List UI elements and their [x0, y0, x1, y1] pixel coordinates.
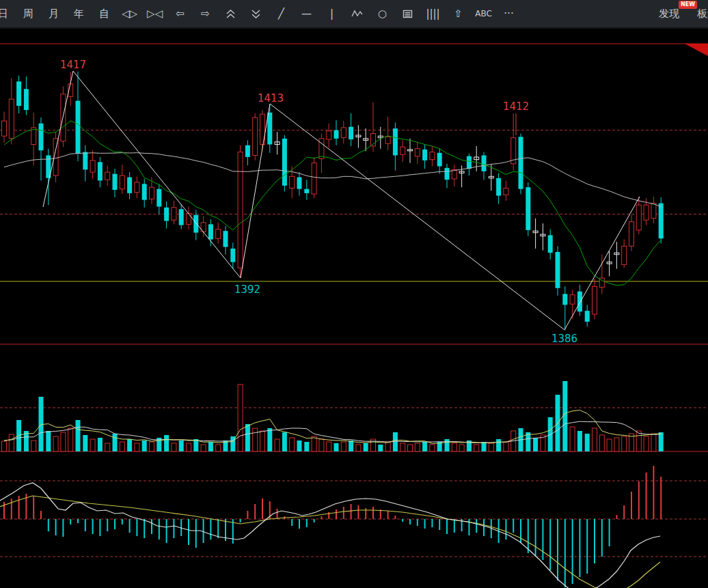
- volume-bar: [253, 428, 258, 451]
- circle-tool-icon[interactable]: ○: [370, 0, 395, 27]
- candle-body: [105, 172, 110, 180]
- volume-bar: [364, 443, 368, 451]
- volume-bar: [445, 439, 450, 451]
- bars-tool-icon[interactable]: ||||: [420, 0, 446, 27]
- volume-bar: [496, 439, 501, 451]
- volume-bar: [290, 438, 295, 451]
- candle-body: [526, 187, 530, 230]
- volume-bar: [622, 436, 627, 451]
- candle-body: [76, 101, 81, 154]
- period-week-button[interactable]: 周: [16, 0, 41, 27]
- discover-link[interactable]: 发现 NEW: [659, 8, 679, 20]
- swing-price-label: 1417: [60, 59, 86, 71]
- discover-label: 发现: [659, 8, 679, 20]
- volume-bar: [385, 442, 390, 451]
- candle-body: [127, 178, 132, 193]
- volume-bar: [636, 431, 641, 451]
- volume-bar: [90, 439, 95, 451]
- volume-bar: [238, 384, 243, 451]
- volume-bar: [452, 443, 457, 451]
- volume-bar: [593, 428, 597, 451]
- volume-bar: [378, 445, 383, 451]
- wave-tool-icon[interactable]: [344, 0, 370, 27]
- volume-bar: [267, 428, 272, 451]
- app-window: 日周月年自◁▷▷◁⇦⇨╱—|○||||⇧ABC··· 发现 NEW 板块 141…: [0, 0, 708, 588]
- chart-canvas[interactable]: 14171413141213921386: [0, 0, 708, 588]
- more-tools-icon[interactable]: ···: [496, 0, 521, 27]
- publish-icon[interactable]: ⇧: [446, 0, 471, 27]
- page-up-icon[interactable]: [218, 0, 243, 27]
- volume-bar: [400, 443, 405, 451]
- candle-body: [327, 131, 331, 139]
- swing-annotations: 14171413141213921386: [60, 59, 577, 345]
- price-ma-white: [4, 153, 661, 207]
- period-custom-button[interactable]: 自: [92, 0, 117, 27]
- candle-body: [430, 152, 435, 160]
- period-month-button[interactable]: 月: [41, 0, 66, 27]
- volume-bar: [179, 440, 184, 451]
- note-tool-icon[interactable]: [395, 0, 420, 27]
- candle-body: [290, 176, 295, 188]
- candle-body: [437, 153, 442, 167]
- candle-body: [651, 204, 656, 219]
- candle-body: [636, 205, 641, 230]
- volume-bar: [614, 438, 619, 451]
- candle-body: [120, 176, 124, 189]
- volume-bar: [2, 441, 7, 451]
- vline-tool-icon[interactable]: |: [319, 0, 344, 27]
- volume-bar: [9, 434, 14, 451]
- candle-body: [341, 128, 346, 138]
- candle-body: [422, 150, 427, 160]
- volume-bar: [312, 436, 316, 451]
- candle-body: [304, 189, 309, 193]
- candle-body: [172, 208, 176, 220]
- volume-bar: [459, 445, 464, 451]
- volume-bar: [422, 442, 427, 451]
- candle-body: [179, 209, 184, 225]
- pan-right-icon[interactable]: ⇨: [193, 0, 218, 27]
- boards-link[interactable]: 板块: [697, 8, 708, 20]
- swing-price-label: 1386: [552, 333, 577, 345]
- macd-dea-line: [0, 496, 660, 588]
- volume-bar: [504, 442, 508, 451]
- volume-bar: [319, 439, 324, 451]
- page-down-icon[interactable]: [243, 0, 269, 27]
- volume-bar: [304, 442, 309, 451]
- volume-bar: [607, 439, 612, 451]
- candle-body: [90, 160, 95, 172]
- candle-body: [208, 224, 213, 239]
- volume-bar: [651, 434, 656, 451]
- candle-body: [98, 162, 103, 180]
- volume-bar: [208, 442, 213, 451]
- corner-flag: [685, 44, 708, 56]
- period-day-button[interactable]: 日: [0, 0, 16, 27]
- candle-body: [659, 204, 664, 239]
- swing-price-label: 1412: [503, 100, 529, 113]
- candle-body: [142, 184, 147, 199]
- candle-body: [400, 147, 405, 154]
- candle-body: [577, 292, 582, 312]
- period-year-button[interactable]: 年: [66, 0, 92, 27]
- volume-bar: [599, 435, 604, 451]
- candle-body: [312, 163, 316, 195]
- candle-body: [223, 231, 228, 247]
- trendline-tool-icon[interactable]: ╱: [269, 0, 294, 27]
- volume-bar: [474, 445, 479, 451]
- zoom-out-icon[interactable]: ◁▷: [117, 0, 142, 27]
- hline-tool-icon[interactable]: —: [294, 0, 319, 27]
- toolbar-right-group: 发现 NEW 板块: [659, 0, 708, 27]
- volume-bar: [327, 442, 331, 451]
- pan-left-icon[interactable]: ⇦: [167, 0, 193, 27]
- volume-bar: [142, 440, 147, 451]
- zoom-in-icon[interactable]: ▷◁: [142, 0, 167, 27]
- volume-bar: [105, 443, 110, 451]
- volume-bar: [201, 445, 206, 451]
- volume-bar: [562, 381, 567, 451]
- volume-bar: [585, 434, 590, 451]
- candle-body: [39, 124, 44, 150]
- text-tool-icon[interactable]: ABC: [471, 0, 496, 27]
- volume-bar: [570, 427, 575, 451]
- volume-ma-white: [4, 421, 661, 443]
- macd-pane: [0, 466, 661, 588]
- candle-body: [385, 137, 390, 143]
